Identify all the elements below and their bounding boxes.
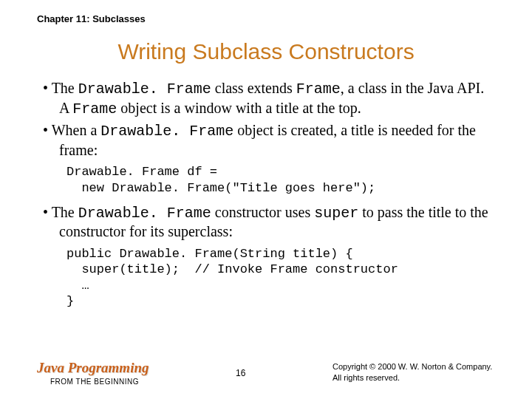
- text: constructor uses: [211, 204, 314, 220]
- slide-footer: Java Programming FROM THE BEGINNING 16 C…: [37, 360, 502, 386]
- text: class extends: [211, 80, 296, 96]
- bullet-item: The Drawable. Frame constructor uses sup…: [43, 203, 495, 242]
- text: When a: [52, 122, 101, 138]
- bullet-item: The Drawable. Frame class extends Frame,…: [43, 79, 495, 118]
- brand-subtitle: FROM THE BEGINNING: [50, 378, 149, 386]
- code-inline: Drawable. Frame: [78, 81, 211, 98]
- code-inline: super: [314, 205, 358, 222]
- bullet-list: The Drawable. Frame constructor uses sup…: [43, 203, 495, 242]
- brand-block: Java Programming FROM THE BEGINNING: [37, 360, 149, 386]
- code-inline: Frame: [72, 100, 117, 117]
- copyright-line: Copyright © 2000 W. W. Norton & Company.: [332, 361, 502, 372]
- code-inline: Frame: [296, 81, 341, 98]
- copyright-line: All rights reserved.: [332, 372, 502, 383]
- chapter-label: Chapter 11: Subclasses: [37, 13, 495, 24]
- slide-page: Chapter 11: Subclasses Writing Subclass …: [0, 0, 532, 309]
- text: object is a window with a title at the t…: [117, 100, 361, 116]
- code-block: public Drawable. Frame(String title) { s…: [66, 246, 495, 309]
- slide-title: Writing Subclass Constructors: [37, 39, 495, 64]
- bullet-list: The Drawable. Frame class extends Frame,…: [43, 79, 495, 160]
- text: The: [52, 204, 78, 220]
- page-number: 16: [226, 368, 256, 386]
- text: The: [52, 80, 78, 96]
- code-inline: Drawable. Frame: [78, 205, 211, 222]
- bullet-item: When a Drawable. Frame object is created…: [43, 121, 495, 160]
- brand-title: Java Programming: [37, 360, 149, 376]
- copyright-block: Copyright © 2000 W. W. Norton & Company.…: [332, 361, 502, 386]
- code-block: Drawable. Frame df = new Drawable. Frame…: [66, 164, 495, 196]
- code-inline: Drawable. Frame: [100, 123, 233, 140]
